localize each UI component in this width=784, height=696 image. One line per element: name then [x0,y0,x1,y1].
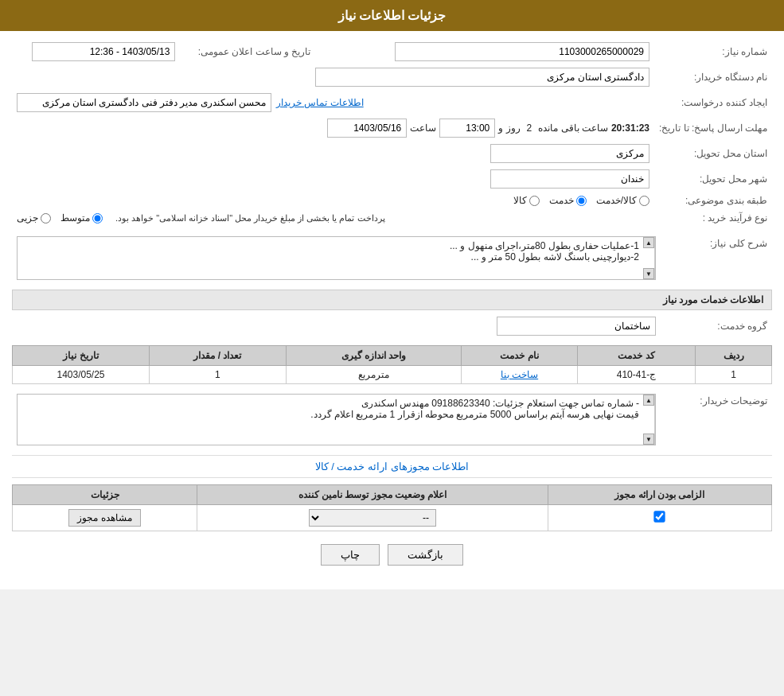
deadline-remaining-label: ساعت باقی مانده [538,122,608,134]
buyer-notes-cell: ▲ ▼ - شماره تماس جهت استعلام جزئیات: 091… [12,391,661,449]
creator-cell: اطلاعات تماس خریدار [12,90,654,115]
services-table: ردیف کد خدمت نام خدمت واحد اندازه گیری ت… [12,345,772,384]
permit-status-select[interactable]: -- [309,509,436,527]
deadline-date-input[interactable] [327,119,407,138]
page-header: جزئیات اطلاعات نیاز [0,0,784,31]
permit-section-label: اطلاعات مجوزهای ارائه خدمت / کالا [315,461,470,472]
deadline-time-label: ساعت [410,122,436,134]
permit-details-cell: مشاهده مجوز [13,505,197,531]
service-group-cell [12,313,661,339]
back-button[interactable]: بازگشت [388,544,463,566]
services-cell-quantity: 1 [150,366,287,384]
page-title: جزئیات اطلاعات نیاز [338,9,447,22]
notes-scroll-down-btn[interactable]: ▼ [643,434,654,445]
permit-mandatory-checkbox[interactable] [654,511,665,522]
purchase-type-cell: پرداخت تمام یا بخشی از مبلغ خریدار محل "… [12,209,654,227]
permit-details-button[interactable]: مشاهده مجوز [68,509,140,527]
need-number-cell [363,39,654,64]
need-number-label: شماره نیاز: [654,39,772,64]
service-group-label: گروه خدمت: [661,313,772,339]
services-table-row: 1ج-41-410ساخت بنامترمربع11403/05/25 [13,366,772,384]
buyer-notes-content: - شماره تماس جهت استعلام جزئیات: 0918862… [18,395,642,445]
category-row: طبقه بندی موضوعی: کالا/خدمت خدمت کالا [12,192,772,209]
permit-mandatory-cell [548,505,771,531]
category-option-3[interactable]: کالا/خدمت [596,195,649,206]
deadline-time-input[interactable] [439,119,495,138]
need-desc-cell: ▲ ▼ 1-عملیات حفاری بطول 80متر،اجرای منهو… [12,233,661,283]
province-input[interactable] [490,144,649,163]
permit-table-row: -- مشاهده مجوز [13,505,772,531]
permit-table-header: الزامی بودن ارائه مجوز اعلام وضعیت مجوز … [13,485,772,505]
print-button[interactable]: چاپ [321,544,380,566]
buyer-name-label: نام دستگاه خریدار: [654,64,772,90]
category-option-1[interactable]: کالا [513,195,540,206]
city-input[interactable] [490,169,649,189]
need-desc-label: شرح کلی نیاز: [661,233,772,283]
services-table-header: ردیف کد خدمت نام خدمت واحد اندازه گیری ت… [13,346,772,366]
services-section-title: اطلاعات خدمات مورد نیاز [12,290,772,310]
permit-col-status: اعلام وضعیت مجوز توسط نامین کننده [197,485,548,505]
announce-datetime-label: تاریخ و ساعت اعلان عمومی: [180,39,315,64]
col-row: ردیف [696,346,772,366]
buyer-name-row: نام دستگاه خریدار: [12,64,772,90]
services-cell-need_date: 1403/05/25 [13,366,150,384]
col-quantity: تعداد / مقدار [150,346,287,366]
services-cell-unit: مترمربع [286,366,461,384]
city-cell [12,166,654,192]
buyer-notes-section: توضیحات خریدار: ▲ ▼ - شماره تماس جهت است… [12,391,772,449]
desc-scroll-buttons: ▲ ▼ [642,237,655,279]
deadline-label: مهلت ارسال پاسخ: تا تاریخ: [654,115,772,141]
main-content: شماره نیاز: تاریخ و ساعت اعلان عمومی: نا… [0,31,784,574]
service-group-input[interactable] [497,317,656,336]
province-cell [12,141,654,166]
deadline-row: مهلت ارسال پاسخ: تا تاریخ: 20:31:23 ساعت… [12,115,772,141]
creator-input[interactable] [17,93,271,112]
bottom-buttons: بازگشت چاپ [12,544,772,566]
service-group-table: گروه خدمت: [12,313,772,339]
city-row: شهر محل تحویل: [12,166,772,192]
purchase-type-note: پرداخت تمام یا بخشی از مبلغ خریدار محل "… [115,213,385,224]
city-label: شهر محل تحویل: [654,166,772,192]
announce-datetime-cell [12,39,180,64]
notes-scroll-buttons: ▲ ▼ [642,395,655,445]
purchase-type-option-2[interactable]: متوسط [60,212,103,224]
notes-scroll-up-btn[interactable]: ▲ [643,395,654,406]
col-need-date: تاریخ نیاز [13,346,150,366]
purchase-type-option-1[interactable]: جزیی [17,212,51,224]
deadline-cell: 20:31:23 ساعت باقی مانده 2 روز و ساعت [12,115,654,141]
province-label: استان محل تحویل: [654,141,772,166]
buyer-name-input[interactable] [315,68,649,87]
creator-contact-link[interactable]: اطلاعات تماس خریدار [276,97,364,108]
category-option-2[interactable]: خدمت [549,195,587,206]
permit-col-mandatory: الزامی بودن ارائه مجوز [548,485,771,505]
col-unit: واحد اندازه گیری [286,346,461,366]
need-desc-line-1: 1-عملیات حفاری بطول 80متر،اجرای منهول و … [21,240,639,251]
category-label: طبقه بندی موضوعی: [654,192,772,209]
need-desc-section: شرح کلی نیاز: ▲ ▼ 1-عملیات حفاری بطول 80… [12,233,772,283]
info-table: شماره نیاز: تاریخ و ساعت اعلان عمومی: نا… [12,39,772,227]
permit-section-divider: اطلاعات مجوزهای ارائه خدمت / کالا [12,455,772,478]
deadline-days-label: روز و [498,122,520,134]
deadline-days-value: 2 [527,122,532,134]
need-number-input[interactable] [395,42,649,61]
deadline-remaining-value: 20:31:23 [611,122,649,134]
buyer-name-cell [12,64,654,90]
category-cell: کالا/خدمت خدمت کالا [12,192,654,209]
services-cell-service_name[interactable]: ساخت بنا [462,366,578,384]
buyer-notes-label: توضیحات خریدار: [661,391,772,449]
col-service-name: نام خدمت [462,346,578,366]
col-service-code: کد خدمت [577,346,695,366]
need-desc-content: 1-عملیات حفاری بطول 80متر،اجرای منهول و … [18,237,642,279]
scroll-up-btn[interactable]: ▲ [643,237,654,248]
page-wrapper: جزئیات اطلاعات نیاز شماره نیاز: تاریخ و … [0,0,784,589]
permit-table: الزامی بودن ارائه مجوز اعلام وضعیت مجوز … [12,484,772,531]
announce-datetime-input[interactable] [32,42,175,61]
province-row: استان محل تحویل: [12,141,772,166]
purchase-type-row: نوع فرآیند خرید : پرداخت تمام یا بخشی از… [12,209,772,227]
permit-col-details: جزئیات [13,485,197,505]
scroll-down-btn[interactable]: ▼ [643,268,654,279]
buyer-notes-line-2: قیمت نهایی هرسه آیتم براساس 5000 مترمربع… [21,409,639,420]
need-desc-line-2: 2-دیوارچینی باسنگ لاشه بطول 50 متر و ... [21,251,639,262]
need-number-row: شماره نیاز: تاریخ و ساعت اعلان عمومی: [12,39,772,64]
purchase-type-label: نوع فرآیند خرید : [654,209,772,227]
